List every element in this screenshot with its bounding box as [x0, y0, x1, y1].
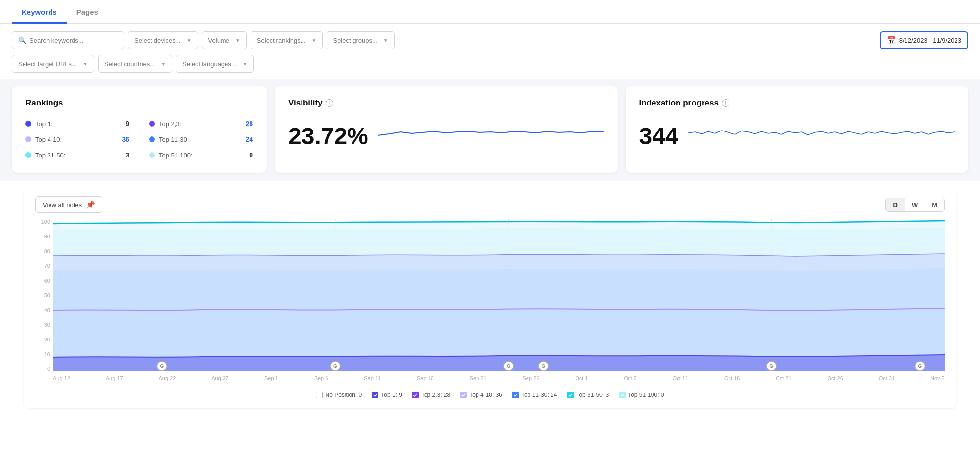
period-btn-w[interactable]: W: [905, 198, 925, 211]
rankings-card: Rankings Top 1: 9 Top 2,3: 28 Top 4-10: …: [12, 86, 267, 173]
volume-arrow-icon: ▼: [235, 38, 240, 43]
rank-item-top23: Top 2,3: 28: [149, 118, 253, 130]
indexation-inner: 344: [639, 118, 955, 150]
y-label-20: 20: [35, 337, 50, 342]
legend-checkbox-top1130[interactable]: [512, 392, 519, 398]
rank-item-top51100: Top 51-100: 0: [149, 149, 253, 161]
y-label-60: 60: [35, 278, 50, 284]
y-label-10: 10: [35, 351, 50, 357]
x-label-sep16: Sep 16: [417, 375, 434, 381]
rank-label-top3150: Top 31-50:: [35, 152, 65, 159]
languages-filter[interactable]: Select languages... ▼: [176, 55, 253, 73]
rank-item-top410: Top 4-10: 36: [25, 133, 129, 145]
x-label-sep21: Sep 21: [470, 375, 487, 381]
groups-arrow-icon: ▼: [383, 38, 388, 43]
target-urls-label: Select target URLs...: [18, 60, 77, 68]
period-btn-d[interactable]: D: [886, 198, 905, 211]
legend-top23: Top 2,3: 28: [412, 392, 450, 398]
search-input-wrapper[interactable]: 🔍: [12, 31, 124, 49]
languages-label: Select languages...: [182, 60, 237, 68]
rankings-label: Select rankings...: [257, 37, 306, 44]
legend-top3150: Top 31-50: 3: [567, 392, 609, 398]
y-label-40: 40: [35, 307, 50, 313]
rank-value-top1130: 24: [245, 135, 253, 143]
x-label-aug17: Aug 17: [106, 375, 123, 381]
legend-no-position: No Position: 0: [316, 392, 362, 398]
devices-label: Select devices...: [134, 37, 181, 44]
chart-section-wrapper: View all notes 📌 D W M 0 10 20 30 40 50: [0, 181, 980, 416]
rank-dot-top1130: [149, 136, 155, 142]
legend-checkbox-top1[interactable]: [372, 392, 378, 398]
x-label-sep6: Sep 6: [314, 375, 328, 381]
legend-top1130: Top 11-30: 24: [512, 392, 557, 398]
legend-checkbox-no-position[interactable]: [316, 392, 323, 398]
languages-arrow-icon: ▼: [243, 61, 248, 67]
indexation-title: Indexation progress i: [639, 98, 955, 108]
target-urls-filter[interactable]: Select target URLs... ▼: [12, 55, 94, 73]
rank-dot-top410: [25, 136, 31, 142]
visibility-title: Visibility i: [288, 98, 604, 108]
search-input[interactable]: [29, 37, 118, 44]
rankings-title-text: Rankings: [25, 98, 63, 108]
chart-canvas-area: G G G G G G Aug 12: [53, 219, 945, 386]
period-btn-m[interactable]: M: [925, 198, 944, 211]
rank-label-top1: Top 1:: [35, 120, 52, 128]
x-label-sep11: Sep 11: [364, 375, 381, 381]
tab-keywords[interactable]: Keywords: [12, 0, 67, 24]
rank-value-top3150: 3: [126, 151, 129, 159]
tab-pages[interactable]: Pages: [67, 0, 108, 24]
rank-item-top3150: Top 31-50: 3: [25, 149, 129, 161]
svg-text:G: G: [918, 364, 922, 369]
visibility-card: Visibility i 23.72%: [275, 86, 618, 173]
y-axis-labels: 0 10 20 30 40 50 60 70 80 90 100: [35, 219, 53, 386]
rankings-filter[interactable]: Select rankings... ▼: [251, 31, 323, 49]
legend-top1: Top 1: 9: [372, 392, 402, 398]
groups-filter[interactable]: Select groups... ▼: [327, 31, 394, 49]
rank-value-top51100: 0: [249, 151, 253, 159]
rankings-arrow-icon: ▼: [312, 38, 317, 43]
devices-arrow-icon: ▼: [187, 38, 192, 43]
indexation-info-icon[interactable]: i: [722, 99, 729, 107]
legend-checkbox-top410[interactable]: [460, 392, 467, 398]
indexation-value: 344: [639, 123, 678, 150]
svg-text:G: G: [507, 364, 511, 369]
date-range-label: 8/12/2023 - 11/9/2023: [899, 37, 961, 44]
visibility-info-icon[interactable]: i: [326, 99, 333, 107]
date-range-filter[interactable]: 📅 8/12/2023 - 11/9/2023: [880, 31, 968, 49]
y-label-0: 0: [35, 366, 50, 372]
legend-top51100: Top 51-100: 0: [619, 392, 664, 398]
svg-text:G: G: [769, 364, 773, 369]
view-notes-label: View all notes: [43, 201, 82, 209]
legend-label-no-position: No Position: 0: [325, 392, 362, 398]
stats-row: Rankings Top 1: 9 Top 2,3: 28 Top 4-10: …: [0, 79, 980, 181]
pin-icon: 📌: [86, 200, 95, 209]
chart-legend: No Position: 0 Top 1: 9 Top 2,3: 28: [35, 386, 945, 400]
legend-checkbox-top51100[interactable]: [619, 392, 626, 398]
x-label-aug12: Aug 12: [53, 375, 70, 381]
x-label-oct11: Oct 11: [673, 375, 688, 381]
groups-label: Select groups...: [333, 37, 377, 44]
visibility-value: 23.72%: [288, 123, 368, 150]
y-label-50: 50: [35, 292, 50, 298]
rankings-title: Rankings: [25, 98, 253, 108]
rank-dot-top1: [25, 121, 31, 127]
countries-filter[interactable]: Select countries... ▼: [98, 55, 172, 73]
legend-checkbox-top3150[interactable]: [567, 392, 574, 398]
volume-filter[interactable]: Volume ▼: [202, 31, 247, 49]
y-label-80: 80: [35, 248, 50, 254]
chart-section: View all notes 📌 D W M 0 10 20 30 40 50: [24, 188, 956, 408]
devices-filter[interactable]: Select devices... ▼: [128, 31, 198, 49]
legend-label-top23: Top 2,3: 28: [421, 392, 450, 398]
y-label-100: 100: [35, 219, 50, 225]
rank-label-top410: Top 4-10:: [35, 136, 62, 143]
legend-label-top1: Top 1: 9: [381, 392, 402, 398]
rank-value-top410: 36: [122, 135, 129, 143]
legend-checkbox-top23[interactable]: [412, 392, 419, 398]
rank-value-top1: 9: [126, 120, 129, 128]
x-label-oct26: Oct 26: [827, 375, 843, 381]
filters-row: 🔍 Select devices... ▼ Volume ▼ Select ra…: [0, 24, 980, 55]
view-notes-button[interactable]: View all notes 📌: [35, 196, 102, 213]
legend-label-top51100: Top 51-100: 0: [628, 392, 664, 398]
rank-value-top23: 28: [245, 120, 253, 128]
x-label-aug22: Aug 22: [159, 375, 176, 381]
